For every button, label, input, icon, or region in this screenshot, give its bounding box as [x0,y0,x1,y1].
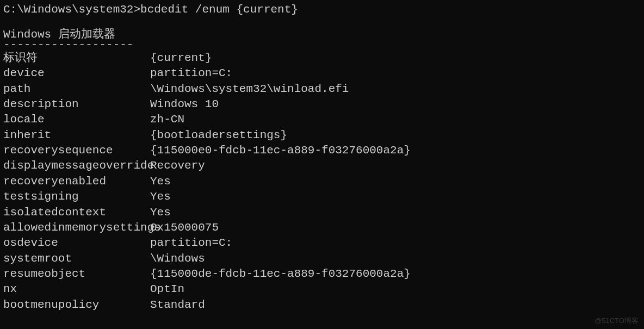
bcd-entry-key: 标识符 [3,51,150,66]
bcd-entry-row: osdevicepartition=C: [3,235,641,251]
bcd-entry-key: displaymessageoverride [3,158,150,173]
bcd-entry-key: osdevice [3,235,150,251]
bcd-entry-key: nx [3,282,150,297]
bcd-entry-row: allowedinmemorysettings0x15000075 [3,220,641,235]
bcd-entry-key: description [3,97,150,112]
bcd-entry-value: 0x15000075 [150,220,641,235]
command-prompt-line: C:\Windows\system32>bcdedit /enum {curre… [3,2,641,17]
bcd-entry-row: devicepartition=C: [3,66,641,81]
bcd-entry-value: partition=C: [150,66,641,81]
section-underline: ------------------- [3,43,641,47]
bcd-entry-value: {115000de-fdcb-11ec-a889-f03276000a2a} [150,266,641,282]
bcd-entry-key: path [3,82,150,97]
bcd-entry-row: displaymessageoverrideRecovery [3,158,641,173]
bcd-entry-key: recoveryenabled [3,174,150,189]
bcd-entry-value: OptIn [150,282,641,297]
bcd-entry-value: \Windows [150,251,641,266]
bcd-entry-key: systemroot [3,251,150,266]
bcd-entry-row: path\Windows\system32\winload.efi [3,82,641,97]
bcd-entry-value: Yes [150,189,641,204]
bcd-entries: 标识符{current}devicepartition=C:path\Windo… [3,51,641,313]
bcd-entry-key: resumeobject [3,266,150,282]
bcd-entry-key: allowedinmemorysettings [3,220,150,235]
bcd-entry-key: inherit [3,128,150,143]
watermark-text: @51CTO博客 [595,316,639,326]
bcd-entry-row: localezh-CN [3,112,641,127]
bcd-entry-row: nxOptIn [3,282,641,297]
bcd-entry-key: locale [3,112,150,127]
terminal-output[interactable]: C:\Windows\system32>bcdedit /enum {curre… [0,0,644,316]
bcd-entry-row: descriptionWindows 10 [3,97,641,112]
bcd-entry-value: {115000e0-fdcb-11ec-a889-f03276000a2a} [150,143,641,158]
bcd-entry-value: Windows 10 [150,97,641,112]
bcd-entry-value: {bootloadersettings} [150,128,641,143]
bcd-entry-key: bootmenupolicy [3,297,150,313]
bcd-entry-value: zh-CN [150,112,641,127]
bcd-entry-value: Standard [150,297,641,313]
bcd-entry-value: \Windows\system32\winload.efi [150,82,641,97]
bcd-entry-key: device [3,66,150,81]
bcd-entry-key: isolatedcontext [3,205,150,220]
bcd-entry-row: systemroot\Windows [3,251,641,266]
bcd-entry-row: bootmenupolicyStandard [3,297,641,313]
bcd-entry-row: testsigningYes [3,189,641,204]
entered-command: bcdedit /enum {current} [140,3,298,16]
bcd-entry-value: {current} [150,51,641,66]
bcd-entry-row: resumeobject{115000de-fdcb-11ec-a889-f03… [3,266,641,282]
bcd-entry-value: Yes [150,205,641,220]
bcd-entry-key: recoverysequence [3,143,150,158]
bcd-entry-key: testsigning [3,189,150,204]
bcd-entry-row: inherit{bootloadersettings} [3,128,641,143]
bcd-entry-row: recoverysequence{115000e0-fdcb-11ec-a889… [3,143,641,158]
prompt-prefix: C:\Windows\system32> [3,3,140,16]
bcd-entry-row: recoveryenabledYes [3,174,641,189]
bcd-entry-row: 标识符{current} [3,51,641,66]
bcd-entry-value: Yes [150,174,641,189]
bcd-entry-row: isolatedcontextYes [3,205,641,220]
bcd-entry-value: Recovery [150,158,641,173]
bcd-entry-value: partition=C: [150,235,641,251]
